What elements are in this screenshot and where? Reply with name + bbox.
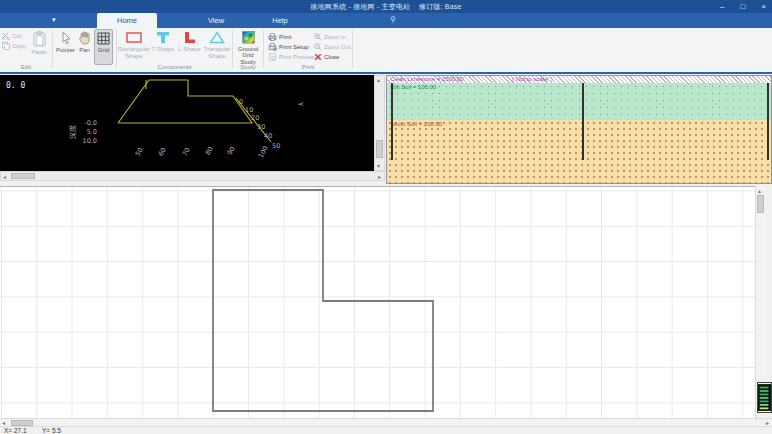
ground-grid-study-label: Ground Grid Study bbox=[235, 46, 261, 66]
zoom-in-icon bbox=[314, 33, 322, 41]
components-group-label: Components bbox=[117, 64, 232, 70]
y-axis-label: Y bbox=[296, 101, 304, 107]
minimize-icon[interactable]: – bbox=[720, 0, 724, 13]
scroll-down-icon[interactable]: ▾ bbox=[377, 162, 380, 170]
status-bar: X= 27.1 Y= 5.5 bbox=[0, 426, 772, 434]
plot3d-wireframe: 0. 0 0 10 20 30 40 50 50 60 70 80 90 100… bbox=[0, 75, 374, 171]
pointer-button[interactable]: Pointer bbox=[56, 29, 75, 65]
scroll-up-icon[interactable]: ▴ bbox=[377, 76, 380, 84]
y-tick: 40 bbox=[264, 132, 272, 140]
rectangular-shape-button[interactable]: Rectangular Shape bbox=[119, 29, 149, 65]
tab-view[interactable]: View bbox=[190, 13, 242, 28]
print-preview-icon bbox=[268, 53, 277, 61]
plot3d-vertical-scrollbar[interactable]: ▴ ▾ bbox=[374, 75, 385, 171]
mini-legend-thumbnail[interactable] bbox=[757, 382, 772, 413]
print-preview-button[interactable]: Print Preview bbox=[268, 52, 314, 61]
x-tick: 70 bbox=[181, 146, 192, 157]
pointer-label: Pointer bbox=[56, 47, 75, 54]
zoom-in-button[interactable]: Zoom In bbox=[314, 32, 346, 41]
pan-label: Pan bbox=[79, 47, 90, 54]
drawing-canvas[interactable] bbox=[0, 186, 755, 418]
scroll-thumb[interactable] bbox=[757, 195, 764, 213]
grid-button[interactable]: Grid bbox=[94, 29, 113, 65]
revision-label: 修订版: Base bbox=[419, 3, 462, 10]
print-button[interactable]: Print bbox=[268, 32, 291, 41]
ground-grid-study-icon bbox=[241, 31, 256, 44]
scroll-left-icon[interactable]: ◂ bbox=[3, 173, 6, 181]
ground-rod bbox=[767, 83, 769, 160]
l-shape-grid-outline[interactable] bbox=[213, 190, 433, 411]
triangular-shape-label: Triangular Shape bbox=[203, 46, 231, 59]
rectangular-shape-label: Rectangular Shape bbox=[118, 46, 150, 59]
soil-cap-note: ( Not to scale! ) bbox=[512, 76, 553, 83]
study-group-label: Study bbox=[233, 64, 263, 70]
canvas-shapes bbox=[0, 187, 755, 419]
tab-home[interactable]: Home bbox=[97, 13, 157, 28]
zoom-out-icon bbox=[314, 43, 322, 51]
close-document-label: Close bbox=[324, 54, 339, 60]
ground-rod bbox=[391, 83, 393, 160]
scroll-thumb[interactable] bbox=[376, 140, 383, 158]
maximize-icon[interactable]: □ bbox=[740, 0, 745, 13]
pan-button[interactable]: Pan bbox=[76, 29, 93, 65]
cut-label: Cut bbox=[12, 33, 21, 39]
grid-icon bbox=[97, 32, 110, 45]
paste-label: Paste bbox=[31, 49, 46, 56]
ribbon-tab-bar: ▾ Home View Help ⚲ bbox=[0, 13, 772, 28]
group-divider bbox=[352, 30, 353, 68]
depth-tick: -0.0 bbox=[84, 119, 97, 127]
l-shape-button[interactable]: L-Shape bbox=[177, 29, 202, 65]
ground-grid-study-button[interactable]: Ground Grid Study bbox=[235, 29, 261, 65]
x-tick: 100 bbox=[257, 145, 270, 160]
window-controls: – □ × bbox=[720, 0, 766, 13]
soil-model-panel[interactable]: Clean Limestone = 2500.00 ( Not to scale… bbox=[386, 75, 772, 184]
cursor-y-readout: Y= 5.5 bbox=[42, 427, 61, 434]
y-tick: 50 bbox=[272, 142, 280, 150]
ribbon-group-study: Ground Grid Study Study bbox=[233, 28, 263, 72]
scroll-right-icon[interactable]: ▸ bbox=[378, 173, 381, 181]
close-red-x-icon bbox=[314, 53, 322, 61]
copy-button[interactable]: Copy bbox=[2, 41, 26, 50]
plot3d-horizontal-scrollbar[interactable]: ◂ ▸ bbox=[0, 171, 385, 181]
copy-icon bbox=[2, 42, 10, 50]
depth-axis-label: 深度 bbox=[69, 125, 77, 139]
y-tick: 10 bbox=[245, 106, 253, 114]
triangular-shape-button[interactable]: Triangular Shape bbox=[203, 29, 231, 65]
zoom-out-button[interactable]: Zoom Out bbox=[314, 42, 351, 51]
zoom-in-label: Zoom In bbox=[324, 34, 346, 40]
close-window-icon[interactable]: × bbox=[761, 0, 766, 13]
paste-button[interactable]: Paste bbox=[28, 29, 50, 65]
cut-button[interactable]: Cut bbox=[2, 31, 21, 40]
document-title: 接地网系统 - 接地网 - 主变电站 bbox=[310, 3, 410, 10]
plot3d-panel[interactable]: 0. 0 0 10 20 30 40 50 50 60 70 80 90 100… bbox=[0, 75, 374, 171]
l-shape-label: L-Shape bbox=[178, 46, 201, 53]
print-preview-label: Print Preview bbox=[279, 54, 314, 60]
t-shape-button[interactable]: T-Shape bbox=[150, 29, 176, 65]
scroll-thumb[interactable] bbox=[11, 173, 35, 179]
x-tick: 60 bbox=[157, 146, 168, 157]
grid-label: Grid bbox=[98, 47, 109, 54]
soil-layer-top: Silt Soil = 100.00 bbox=[387, 83, 771, 120]
x-tick: 50 bbox=[134, 146, 145, 157]
ground-rod bbox=[582, 83, 584, 160]
app-menu-dropdown-icon[interactable]: ▾ bbox=[52, 16, 56, 24]
printer-setup-icon bbox=[268, 43, 277, 51]
depth-tick: 5.0 bbox=[87, 128, 97, 136]
scroll-up-icon[interactable]: ▴ bbox=[758, 187, 761, 195]
canvas-horizontal-scrollbar[interactable]: ◂ ▸ bbox=[0, 418, 772, 426]
print-label: Print bbox=[279, 34, 291, 40]
print-setup-button[interactable]: Print Setup bbox=[268, 42, 309, 51]
depth-tick: 10.0 bbox=[83, 137, 97, 145]
edit-group-label: Edit bbox=[0, 64, 52, 70]
y-tick: 0 bbox=[239, 98, 243, 106]
print-setup-label: Print Setup bbox=[279, 44, 309, 50]
tab-help[interactable]: Help bbox=[256, 13, 304, 28]
close-document-button[interactable]: Close bbox=[314, 52, 339, 61]
l-shape-icon bbox=[183, 31, 197, 44]
pin-ribbon-icon[interactable]: ⚲ bbox=[390, 15, 396, 24]
ribbon: Cut Copy Paste Edit Pointer Pan bbox=[0, 28, 772, 74]
ribbon-group-print: Print Print Setup Print Preview Zoom In … bbox=[264, 28, 352, 72]
titlebar: 接地网系统 - 接地网 - 主变电站 修订版: Base – □ × bbox=[0, 0, 772, 13]
app-window: 接地网系统 - 接地网 - 主变电站 修订版: Base – □ × ▾ Hom… bbox=[0, 0, 772, 434]
triangle-shape-icon bbox=[209, 31, 225, 44]
